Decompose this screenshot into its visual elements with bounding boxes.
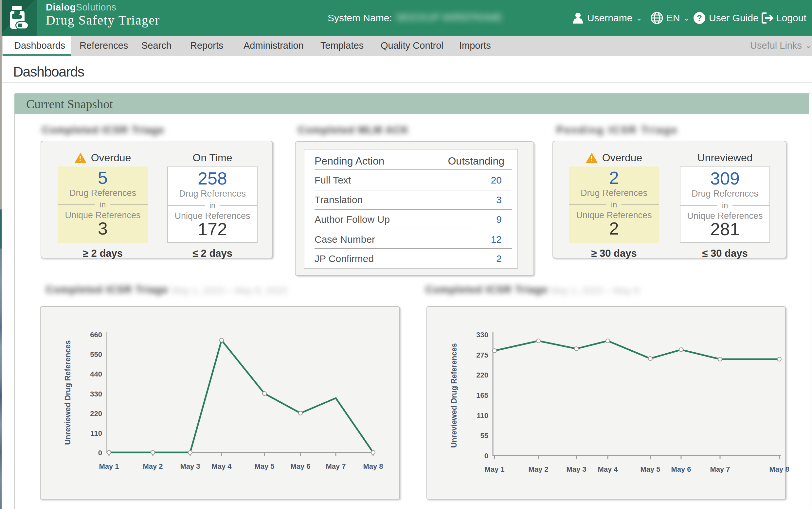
- svg-text:Unreviewed Drug References: Unreviewed Drug References: [64, 340, 72, 445]
- svg-text:55: 55: [481, 432, 488, 440]
- svg-text:Unreviewed Drug References: Unreviewed Drug References: [450, 343, 458, 448]
- svg-text:275: 275: [476, 351, 488, 359]
- svg-text:May 3: May 3: [180, 462, 200, 470]
- svg-text:May 6: May 6: [290, 462, 310, 470]
- svg-text:220: 220: [90, 410, 102, 418]
- svg-text:May 1: May 1: [484, 465, 505, 473]
- svg-text:440: 440: [90, 370, 102, 378]
- svg-text:110: 110: [477, 411, 489, 420]
- svg-text:0: 0: [484, 452, 488, 460]
- svg-text:May 8: May 8: [769, 465, 789, 473]
- svg-text:May 1: May 1: [99, 462, 119, 470]
- svg-text:May 4: May 4: [212, 462, 232, 470]
- svg-text:660: 660: [90, 331, 102, 339]
- svg-text:330: 330: [90, 390, 102, 398]
- svg-text:May 7: May 7: [326, 462, 346, 470]
- svg-text:0: 0: [98, 449, 102, 457]
- svg-text:May 2: May 2: [528, 465, 548, 473]
- svg-text:165: 165: [476, 391, 488, 399]
- svg-text:550: 550: [90, 350, 102, 359]
- svg-text:110: 110: [91, 429, 102, 437]
- svg-text:May 8: May 8: [363, 462, 383, 470]
- svg-text:?: ?: [697, 13, 702, 23]
- svg-text:330: 330: [476, 331, 488, 339]
- svg-text:May 6: May 6: [671, 465, 691, 473]
- svg-text:May 7: May 7: [710, 465, 730, 473]
- svg-text:220: 220: [476, 371, 488, 379]
- svg-text:May 5: May 5: [254, 462, 274, 470]
- svg-text:May 3: May 3: [566, 465, 586, 473]
- svg-text:May 2: May 2: [143, 462, 163, 470]
- svg-text:May 4: May 4: [597, 465, 618, 473]
- svg-text:May 5: May 5: [640, 465, 660, 473]
